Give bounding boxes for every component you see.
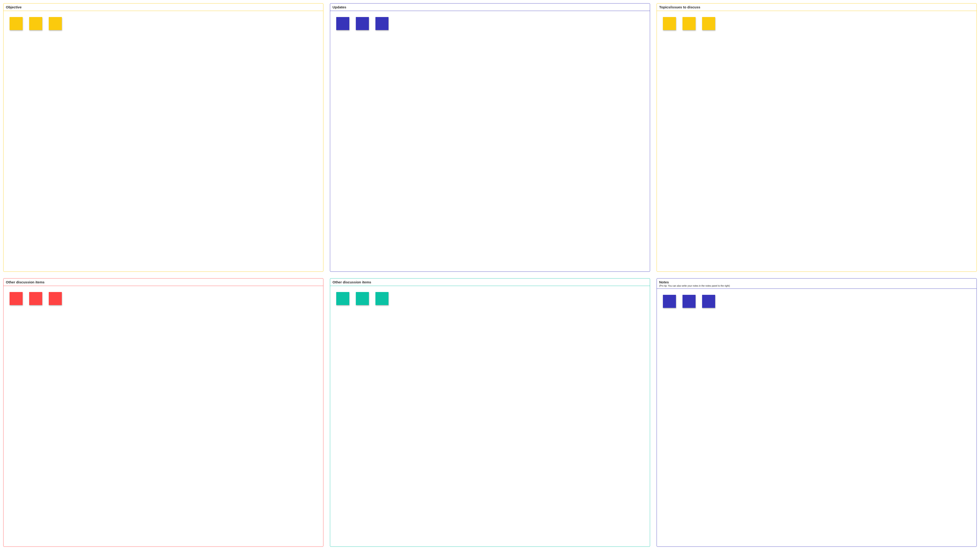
sticky-note[interactable] [702, 295, 715, 308]
panel-notes[interactable]: Notes(Pro tip: You can also write your n… [657, 278, 977, 547]
sticky-note[interactable] [356, 292, 369, 305]
sticky-note[interactable] [682, 295, 695, 308]
panel-header: Updates [330, 3, 650, 11]
sticky-note[interactable] [375, 292, 388, 305]
panel-title: Topics/issues to discuss [659, 5, 974, 10]
sticky-note[interactable] [10, 17, 22, 30]
panel-body[interactable] [657, 289, 977, 547]
sticky-note[interactable] [29, 292, 42, 305]
sticky-note[interactable] [49, 17, 62, 30]
panel-title: Notes [659, 280, 974, 285]
panel-other-teal[interactable]: Other discussion items [330, 278, 650, 547]
panel-body[interactable] [330, 11, 650, 272]
panel-objective[interactable]: Objective [3, 3, 323, 272]
panel-title: Other discussion items [332, 280, 648, 285]
panel-title: Updates [332, 5, 648, 10]
panel-body[interactable] [330, 286, 650, 547]
panel-body[interactable] [3, 286, 323, 547]
panel-header: Objective [3, 3, 323, 11]
panel-title: Other discussion items [6, 280, 321, 285]
panel-updates[interactable]: Updates [330, 3, 650, 272]
sticky-note[interactable] [663, 295, 676, 308]
panel-other-red[interactable]: Other discussion items [3, 278, 323, 547]
sticky-note[interactable] [663, 17, 676, 30]
sticky-note[interactable] [682, 17, 695, 30]
sticky-note[interactable] [702, 17, 715, 30]
panel-body[interactable] [657, 11, 977, 272]
sticky-note[interactable] [336, 292, 349, 305]
panel-body[interactable] [3, 11, 323, 272]
panel-subtitle: (Pro tip: You can also write your notes … [659, 285, 974, 287]
panel-header: Other discussion items [3, 279, 323, 286]
panel-header: Other discussion items [330, 279, 650, 286]
panel-title: Objective [6, 5, 321, 10]
sticky-note[interactable] [10, 292, 22, 305]
panel-topics[interactable]: Topics/issues to discuss [657, 3, 977, 272]
sticky-note[interactable] [49, 292, 62, 305]
sticky-note[interactable] [336, 17, 349, 30]
panel-header: Topics/issues to discuss [657, 3, 977, 11]
sticky-note[interactable] [29, 17, 42, 30]
sticky-note[interactable] [375, 17, 388, 30]
sticky-note[interactable] [356, 17, 369, 30]
panel-header: Notes(Pro tip: You can also write your n… [657, 279, 977, 289]
meeting-board[interactable]: ObjectiveUpdatesTopics/issues to discuss… [0, 0, 980, 550]
